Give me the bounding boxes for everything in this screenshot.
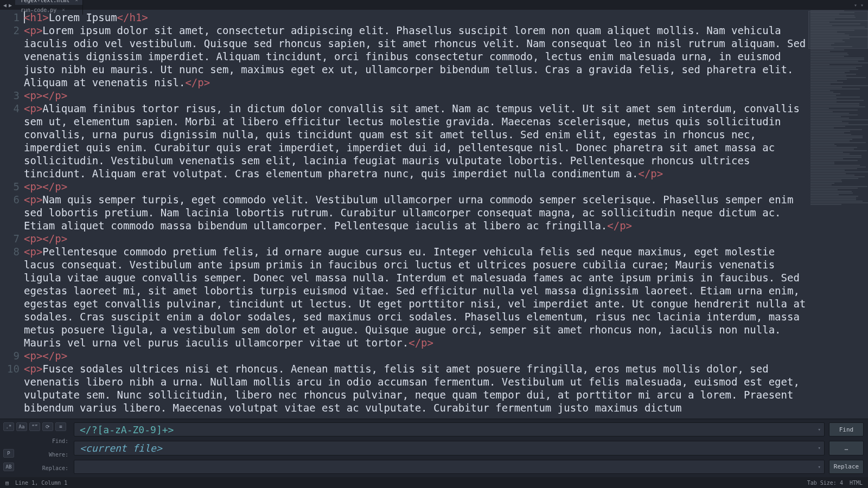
code-line[interactable]: <p>Fusce sodales ultrices nisi et rhoncu…: [24, 362, 808, 414]
window-controls: ▾ ▾: [850, 2, 868, 8]
titlebar: ◀ ▶ regex-text.html×run-code.py× ▾ ▾: [0, 0, 868, 10]
code-line[interactable]: <p></p>: [24, 349, 808, 362]
html-tag: <p>: [24, 246, 42, 258]
toggle-in-selection[interactable]: ≡: [55, 422, 66, 431]
html-tag: </h1>: [117, 11, 148, 23]
text-content: Pellentesque commodo pretium felis, id o…: [24, 246, 812, 349]
line-number: 7: [0, 232, 24, 245]
text-content: Nam quis semper turpis, eget commodo vel…: [24, 194, 800, 232]
html-tag: </p>: [409, 337, 433, 349]
html-tag: </p>: [42, 350, 67, 362]
code-line[interactable]: <p>Lorem ipsum dolor sit amet, consectet…: [24, 24, 808, 89]
html-tag: <p>: [24, 194, 42, 206]
line-number: 5: [0, 180, 24, 193]
toggle-regex[interactable]: .*: [3, 422, 14, 431]
html-tag: <p>: [24, 363, 42, 375]
line-number-gutter: 12345678910: [0, 10, 24, 419]
syntax-mode[interactable]: HTML: [850, 480, 863, 486]
find-button[interactable]: Find: [829, 422, 864, 436]
html-tag: <p>: [24, 350, 42, 362]
line-number: 4: [0, 102, 24, 180]
html-tag: <p>: [24, 89, 42, 101]
text-content: Aliquam finibus tortor risus, in dictum …: [24, 102, 806, 179]
code-line[interactable]: <p>Pellentesque commodo pretium felis, i…: [24, 245, 808, 349]
minimap[interactable]: [808, 10, 868, 419]
where-input[interactable]: <current file> ▾: [74, 441, 825, 455]
code-line[interactable]: <p></p>: [24, 89, 808, 102]
code-line[interactable]: <h1>Lorem Ipsum</h1>: [24, 11, 808, 24]
code-line[interactable]: <p>Nam quis semper turpis, eget commodo …: [24, 193, 808, 232]
code-line[interactable]: <p>Aliquam finibus tortor risus, in dict…: [24, 102, 808, 180]
html-tag: <p>: [24, 102, 42, 114]
html-tag: </p>: [42, 89, 67, 101]
html-tag: <p>: [24, 181, 42, 192]
close-icon[interactable]: ×: [75, 0, 78, 3]
find-label: Find:: [52, 438, 68, 444]
toggle-case[interactable]: Aa: [16, 422, 27, 431]
line-number: 2: [0, 24, 24, 89]
html-tag: </p>: [185, 76, 210, 88]
html-tag: </p>: [42, 181, 67, 192]
code-area[interactable]: <h1>Lorem Ipsum</h1><p>Lorem ipsum dolor…: [24, 10, 808, 419]
find-options: .* Aa “” ⟳ ≡ Find: P Where: AB Replace:: [0, 419, 74, 477]
code-line[interactable]: <p></p>: [24, 232, 808, 245]
where-value: <current file>: [80, 442, 162, 454]
menu-icon[interactable]: ▤: [5, 480, 9, 486]
toggle-word[interactable]: “”: [29, 422, 40, 431]
history-dropdown-icon[interactable]: ▾: [818, 427, 821, 432]
menu-icon[interactable]: ▾: [860, 2, 864, 8]
menu-icon[interactable]: ▾: [854, 2, 857, 8]
line-number: 8: [0, 245, 24, 349]
replace-label: Replace:: [42, 465, 68, 471]
html-tag: </p>: [42, 233, 67, 245]
editor: 12345678910 <h1>Lorem Ipsum</h1><p>Lorem…: [0, 10, 868, 419]
text-content: Lorem Ipsum: [49, 11, 117, 23]
html-tag: <p>: [24, 233, 42, 245]
history-dropdown-icon[interactable]: ▾: [818, 445, 821, 451]
replace-button[interactable]: Replace: [829, 460, 864, 474]
back-icon[interactable]: ◀: [3, 2, 7, 8]
cursor-position[interactable]: Line 1, Column 1: [15, 480, 67, 486]
code-line[interactable]: <p></p>: [24, 180, 808, 193]
find-input[interactable]: </?[a-zA-Z0-9]+> ▾: [74, 422, 825, 436]
replace-input[interactable]: ▾: [74, 460, 825, 474]
html-tag: </p>: [638, 168, 663, 179]
status-bar: ▤ Line 1, Column 1 Tab Size: 4 HTML: [0, 477, 868, 488]
find-replace-panel: .* Aa “” ⟳ ≡ Find: P Where: AB Replace: …: [0, 419, 868, 477]
line-number: 3: [0, 89, 24, 102]
line-number: 6: [0, 193, 24, 232]
find-value: </?[a-zA-Z0-9]+>: [80, 424, 174, 435]
tab-regex-text-html[interactable]: regex-text.html×: [15, 0, 83, 5]
forward-icon[interactable]: ▶: [9, 2, 12, 8]
html-tag: <p>: [24, 24, 42, 36]
html-tag: <h1>: [24, 11, 49, 23]
tab-size[interactable]: Tab Size: 4: [807, 480, 843, 486]
toggle-wrap[interactable]: ⟳: [42, 422, 53, 431]
tab-label: regex-text.html: [21, 0, 69, 3]
text-content: Fusce sodales ultrices nisi et rhoncus. …: [24, 363, 806, 414]
history-dropdown-icon[interactable]: ▾: [818, 464, 821, 470]
html-tag: </p>: [607, 220, 632, 232]
text-content: Lorem ipsum dolor sit amet, consectetur …: [24, 24, 812, 88]
line-number: 10: [0, 362, 24, 414]
where-button[interactable]: …: [829, 441, 864, 455]
line-number: 9: [0, 349, 24, 362]
where-label: Where:: [49, 452, 68, 458]
history-nav: ◀ ▶: [0, 2, 15, 8]
